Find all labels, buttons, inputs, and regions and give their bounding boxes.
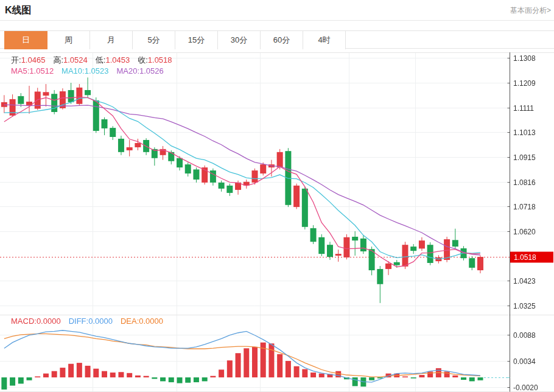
macd-row-item: DIFF:0.0000	[69, 317, 113, 326]
page-header: K线图 基本面分析>	[0, 0, 554, 21]
info-value: 1.0465	[21, 55, 46, 65]
info-label: 低:	[96, 55, 106, 65]
info-label: MA10:	[61, 66, 85, 75]
ohlc-info-row: 开:1.0465高:1.0524低:1.0453收:1.0518	[11, 55, 180, 66]
info-value: 0.0000	[88, 317, 113, 326]
info-value: 1.0453	[105, 55, 130, 65]
fundamental-analysis-link[interactable]: 基本面分析>	[510, 5, 551, 16]
info-label: DEA:	[121, 317, 139, 326]
info-value: 0.0000	[139, 317, 163, 326]
info-value: 0.0000	[37, 317, 61, 326]
tab-period-3[interactable]: 5分	[133, 31, 175, 49]
macd-row-item: MACD:0.0000	[11, 317, 61, 326]
info-label: 高:	[53, 55, 63, 65]
ma-row-item: MA10:1.0523	[61, 66, 108, 75]
info-value: 1.0523	[85, 66, 109, 75]
info-label: MA20:	[116, 66, 139, 75]
candlestick-macd-canvas[interactable]	[0, 52, 554, 392]
tab-period-2[interactable]: 月	[90, 31, 133, 49]
tab-period-7[interactable]: 4时	[303, 31, 346, 49]
macd-info-row: MACD:0.0000DIFF:0.0000DEA:0.0000	[11, 317, 171, 326]
ohlc-row-item: 开:1.0465	[11, 55, 45, 65]
period-tabbar: 日周月5分15分30分60分4时	[0, 30, 554, 49]
kline-chart-area: 开:1.0465高:1.0524低:1.0453收:1.0518 MA5:1.0…	[0, 52, 554, 392]
info-label: 收:	[138, 55, 148, 65]
info-value: 1.0518	[148, 55, 172, 65]
ohlc-row-item: 高:1.0524	[53, 55, 87, 65]
page-title: K线图	[5, 4, 32, 17]
info-label: MACD:	[11, 317, 37, 326]
tab-period-1[interactable]: 周	[47, 31, 90, 49]
info-value: 1.0526	[139, 66, 164, 75]
info-label: 开:	[11, 55, 21, 65]
tab-period-4[interactable]: 15分	[175, 31, 218, 49]
ohlc-row-item: 收:1.0518	[138, 55, 172, 65]
info-label: DIFF:	[69, 317, 89, 326]
ma-row-item: MA5:1.0512	[11, 66, 54, 75]
ma-info-row: MA5:1.0512MA10:1.0523MA20:1.0526	[11, 66, 172, 75]
ohlc-row-item: 低:1.0453	[96, 55, 130, 65]
tab-period-0[interactable]: 日	[4, 31, 47, 49]
info-value: 1.0512	[29, 66, 54, 75]
macd-row-item: DEA:0.0000	[121, 317, 163, 326]
tab-period-5[interactable]: 30分	[218, 31, 261, 49]
info-value: 1.0524	[63, 55, 88, 65]
tab-period-6[interactable]: 60分	[261, 31, 303, 49]
ma-row-item: MA20:1.0526	[116, 66, 163, 75]
info-label: MA5:	[11, 66, 29, 75]
